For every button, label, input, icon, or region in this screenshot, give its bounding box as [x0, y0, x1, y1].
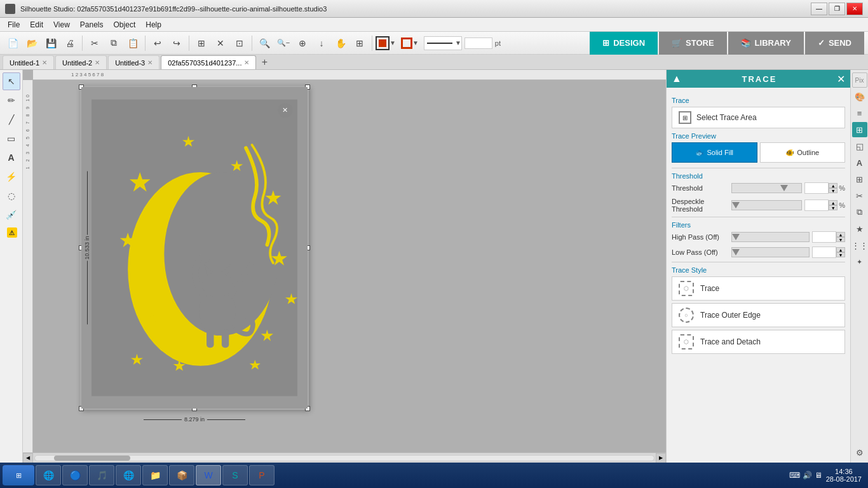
scroll-thumb-h[interactable]: [54, 456, 130, 461]
lines-icon[interactable]: ≡: [852, 105, 867, 121]
despeckle-down-arrow[interactable]: ▼: [829, 205, 837, 210]
tab-close-3[interactable]: ✕: [147, 59, 153, 66]
taskbar-pkg[interactable]: 📦: [169, 465, 194, 485]
trace-detach-button[interactable]: ⬡ Trace and Detach: [672, 330, 845, 354]
draw-tool[interactable]: ✏: [3, 92, 20, 109]
restore-button[interactable]: ❐: [829, 3, 845, 15]
copy-button[interactable]: ⧉: [105, 34, 123, 52]
horizontal-scrollbar[interactable]: ◀ ▶: [23, 452, 666, 463]
library-button[interactable]: 📚 LIBRARY: [728, 32, 804, 55]
highpass-track[interactable]: [731, 232, 810, 242]
taskbar-word[interactable]: W: [196, 465, 221, 485]
scroll-right-button[interactable]: ▶: [656, 453, 666, 463]
menu-panels[interactable]: Panels: [75, 19, 109, 30]
fill-color-selector[interactable]: ▼: [376, 36, 396, 50]
tab-close-2[interactable]: ✕: [95, 59, 100, 66]
menu-object[interactable]: Object: [109, 19, 141, 30]
panel-collapse-button[interactable]: ▲: [672, 73, 682, 85]
tab-untitled2[interactable]: Untitled-2 ✕: [55, 55, 107, 69]
star2-icon[interactable]: ✦: [852, 254, 867, 269]
open-button[interactable]: 📂: [23, 34, 41, 52]
scissor-icon[interactable]: ✂: [852, 188, 867, 203]
close-button[interactable]: ✕: [846, 3, 863, 15]
redo-button[interactable]: ↪: [168, 34, 186, 52]
dots-icon[interactable]: ⋮⋮: [852, 238, 867, 253]
undo-button[interactable]: ↩: [149, 34, 166, 52]
settings-icon[interactable]: ⚙: [852, 445, 867, 460]
copy2-icon[interactable]: ⧉: [852, 205, 867, 220]
zoom-fit-button[interactable]: ⊕: [294, 34, 311, 52]
panel-close-button[interactable]: ✕: [837, 73, 845, 85]
taskbar-ie2[interactable]: 🔵: [62, 465, 88, 485]
lowpass-thumb[interactable]: [732, 249, 740, 255]
store-button[interactable]: 🛒 STORE: [659, 32, 727, 55]
star-icon[interactable]: ★: [852, 221, 867, 236]
highpass-up-arrow[interactable]: ▲: [836, 232, 845, 237]
move-down-button[interactable]: ↓: [313, 34, 330, 52]
taskbar-explorer[interactable]: 📁: [142, 465, 168, 485]
print-button[interactable]: 🖨: [61, 34, 79, 52]
taskbar-powerpoint[interactable]: P: [249, 465, 275, 485]
knife-tool[interactable]: ⚡: [3, 168, 20, 186]
trace-outer-edge-button[interactable]: ○ Trace Outer Edge: [672, 303, 845, 327]
tab-close-4[interactable]: ✕: [244, 59, 249, 66]
eraser-tool[interactable]: ◌: [3, 187, 20, 205]
threshold-value-input[interactable]: 45.0: [804, 182, 829, 194]
solid-fill-button[interactable]: 🐟 Solid Fill: [672, 142, 757, 163]
threshold-down-arrow[interactable]: ▼: [829, 188, 837, 193]
stroke-dropdown-icon[interactable]: ▼: [412, 39, 419, 46]
paint-icon[interactable]: 🎨: [852, 89, 867, 104]
despeckle-value-input[interactable]: 0.0: [804, 200, 829, 211]
highpass-value-input[interactable]: 0.00: [812, 231, 836, 243]
scroll-left-button[interactable]: ◀: [23, 453, 33, 463]
tab-untitled3[interactable]: Untitled-3 ✕: [108, 55, 159, 69]
text-tool[interactable]: A: [3, 149, 20, 166]
delete-button[interactable]: ✕: [212, 34, 229, 52]
threshold-up-arrow[interactable]: ▲: [829, 183, 837, 188]
despeckle-track[interactable]: [731, 200, 802, 210]
tab-add-button[interactable]: +: [257, 55, 271, 69]
line-dropdown-icon[interactable]: ▼: [455, 39, 461, 46]
line-style-selector[interactable]: ▼: [424, 36, 462, 50]
texture-icon[interactable]: ⊞: [852, 122, 867, 137]
font-icon[interactable]: A: [852, 155, 867, 170]
bars-icon[interactable]: ⊞: [852, 172, 867, 187]
menu-file[interactable]: File: [3, 19, 25, 30]
menu-edit[interactable]: Edit: [25, 19, 48, 30]
lowpass-down-arrow[interactable]: ▼: [836, 252, 845, 257]
transform-button[interactable]: ⊞: [193, 34, 210, 52]
tab-untitled1[interactable]: Untitled-1 ✕: [3, 55, 54, 69]
minimize-button[interactable]: —: [811, 3, 827, 15]
pan-button[interactable]: ✋: [332, 34, 349, 52]
lowpass-track[interactable]: [731, 247, 810, 257]
paste-button[interactable]: 📋: [124, 34, 142, 52]
design-button[interactable]: ⊞ DESIGN: [590, 32, 658, 55]
send-button[interactable]: ✓ SEND: [805, 32, 864, 55]
zoom-in-button[interactable]: 🔍: [255, 34, 273, 52]
start-button[interactable]: ⊞: [3, 465, 34, 485]
select-trace-area-button[interactable]: ⊞ Select Trace Area: [672, 107, 845, 128]
lowpass-value-input[interactable]: 0.00: [812, 247, 836, 258]
trace-button[interactable]: ⬡ Trace: [672, 276, 845, 301]
tab-current-file[interactable]: 02fa5570351d401237... ✕: [161, 55, 256, 69]
taskbar-chrome[interactable]: 🌐: [116, 465, 141, 485]
taskbar-ie[interactable]: 🌐: [36, 465, 61, 485]
add-page-button[interactable]: ⊞: [351, 34, 369, 52]
highpass-thumb[interactable]: [732, 234, 740, 240]
zoom-out-button[interactable]: 🔍−: [275, 34, 292, 52]
tab-close-1[interactable]: ✕: [42, 59, 47, 66]
highpass-down-arrow[interactable]: ▼: [836, 237, 845, 242]
fill-dropdown-icon[interactable]: ▼: [390, 39, 396, 46]
eyedropper-tool[interactable]: 💉: [3, 206, 20, 224]
scroll-track-h[interactable]: [34, 455, 654, 461]
menu-help[interactable]: Help: [140, 19, 166, 30]
stroke-color-selector[interactable]: ▼: [401, 37, 419, 49]
save-button[interactable]: 💾: [42, 34, 60, 52]
despeckle-thumb[interactable]: [732, 202, 740, 208]
despeckle-up-arrow[interactable]: ▲: [829, 200, 837, 205]
line-tool[interactable]: ╱: [3, 111, 20, 128]
corner-icon[interactable]: ◱: [852, 139, 867, 154]
lowpass-up-arrow[interactable]: ▲: [836, 247, 845, 252]
stroke-width-input[interactable]: 0.000: [465, 37, 492, 49]
cut-button[interactable]: ✂: [86, 34, 104, 52]
